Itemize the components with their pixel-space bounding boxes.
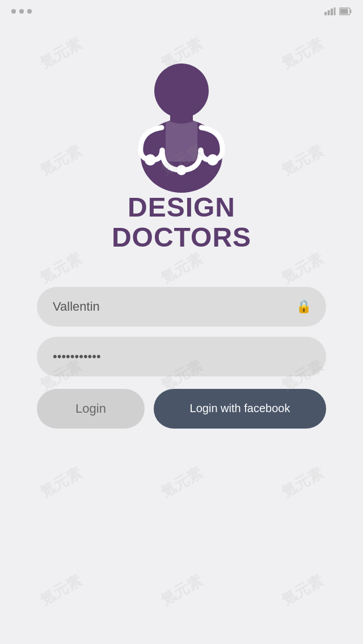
svg-rect-1 xyxy=(328,10,330,15)
svg-rect-3 xyxy=(334,7,336,15)
brand-line-2: DOCTORS xyxy=(112,223,251,253)
svg-rect-5 xyxy=(351,10,352,13)
password-input[interactable] xyxy=(37,337,326,376)
doctor-icon xyxy=(119,57,244,193)
svg-point-11 xyxy=(145,154,156,166)
facebook-login-button[interactable]: Login with facebook xyxy=(154,389,326,429)
svg-rect-2 xyxy=(331,9,333,15)
status-bar-right xyxy=(324,7,352,15)
svg-rect-0 xyxy=(324,12,327,15)
brand-line-1: DESIGN xyxy=(112,193,251,223)
buttons-row: Login Login with facebook xyxy=(37,389,326,429)
status-bar-left xyxy=(11,9,32,14)
status-dot-1 xyxy=(11,9,16,14)
username-input[interactable] xyxy=(37,287,326,327)
svg-rect-6 xyxy=(340,9,348,14)
status-dot-2 xyxy=(19,9,24,14)
status-bar xyxy=(0,0,363,23)
username-wrapper: 🔒 xyxy=(37,287,326,327)
brand-name: DESIGN DOCTORS xyxy=(112,193,251,253)
status-dot-3 xyxy=(27,9,32,14)
svg-point-7 xyxy=(154,63,209,118)
logo-section: DESIGN DOCTORS xyxy=(112,57,251,253)
lock-icon: 🔒 xyxy=(296,299,311,314)
form-section: 🔒 Login Login with facebook xyxy=(37,287,326,429)
password-wrapper xyxy=(37,337,326,376)
signal-icon xyxy=(324,7,336,15)
svg-point-10 xyxy=(176,165,187,175)
battery-icon xyxy=(339,7,352,15)
svg-point-12 xyxy=(207,154,218,166)
login-button[interactable]: Login xyxy=(37,389,145,429)
